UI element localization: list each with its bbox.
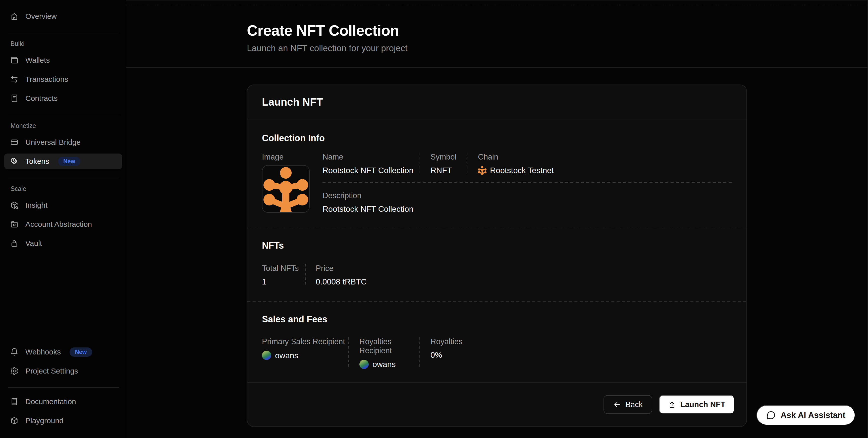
royalties-recipient-field: Royalties Recipient owans	[349, 337, 420, 369]
image-column: Image	[262, 153, 322, 214]
page-header: Create NFT Collection Launch an NFT coll…	[126, 0, 868, 68]
total-nfts-value: 1	[262, 277, 305, 287]
arrows-left-right-icon	[10, 75, 19, 83]
royalties-label: Royalties	[431, 337, 463, 346]
description-label: Description	[322, 191, 732, 200]
recipient-avatar	[262, 351, 271, 360]
arrow-left-icon	[613, 401, 621, 409]
card-header: Launch NFT	[247, 85, 746, 120]
sidebar-spacer	[0, 255, 126, 344]
sidebar-section-monetize: Monetize	[10, 122, 126, 129]
new-badge: New	[58, 157, 81, 166]
sales-fees-heading: Sales and Fees	[262, 314, 732, 325]
sidebar-section-scale: Scale	[10, 185, 126, 193]
price-field: Price 0.0008 tRBTC	[306, 264, 367, 287]
sidebar-item-account-abstraction[interactable]: Account Abstraction	[4, 216, 122, 232]
app-window: Overview Build Wallets Transactions Cont…	[0, 0, 868, 438]
top-dashed-border	[126, 5, 868, 5]
royalties-recipient-label: Royalties Recipient	[360, 337, 420, 355]
ask-ai-assistant-button[interactable]: Ask AI Assistant	[756, 405, 855, 425]
chain-label: Chain	[478, 153, 732, 162]
nfts-heading: NFTs	[262, 240, 732, 251]
page-title: Create NFT Collection	[247, 22, 747, 39]
collection-info-heading: Collection Info	[262, 133, 732, 143]
sidebar-item-label: Documentation	[25, 397, 76, 406]
bell-icon	[10, 348, 19, 356]
royalties-field: Royalties 0%	[420, 337, 463, 369]
launch-nft-button-label: Launch NFT	[680, 400, 725, 409]
wallet-icon	[10, 56, 19, 64]
sidebar-item-tokens[interactable]: Tokens New	[4, 154, 122, 169]
sidebar-item-label: Overview	[25, 12, 57, 21]
name-field: Name Rootstock NFT Collection	[322, 153, 419, 175]
name-value: Rootstock NFT Collection	[322, 166, 419, 175]
ask-ai-assistant-label: Ask AI Assistant	[781, 410, 845, 420]
sidebar-item-label: Universal Bridge	[25, 138, 81, 146]
sidebar-item-overview[interactable]: Overview	[4, 8, 122, 24]
sidebar-item-webhooks[interactable]: Webhooks New	[4, 344, 122, 360]
primary-sales-recipient-value[interactable]: owans	[275, 351, 299, 360]
cube-icon	[10, 416, 19, 425]
sidebar-item-label: Insight	[25, 201, 48, 209]
new-badge: New	[69, 347, 92, 357]
launch-nft-card: Launch NFT Collection Info Image	[247, 85, 747, 427]
sidebar-section-build: Build	[10, 40, 126, 47]
sidebar-item-contracts[interactable]: Contracts	[4, 91, 122, 106]
royalties-recipient-value[interactable]: owans	[372, 360, 396, 369]
sidebar-item-wallets[interactable]: Wallets	[4, 53, 122, 68]
sidebar-divider	[8, 178, 119, 178]
collection-fields: Name Rootstock NFT Collection Symbol RNF…	[322, 153, 732, 214]
horizontal-divider	[322, 182, 732, 182]
folder-dot-icon	[10, 220, 19, 229]
sidebar-item-playground[interactable]: Playground	[4, 413, 122, 429]
name-label: Name	[322, 153, 419, 162]
lock-icon	[10, 239, 19, 247]
sidebar: Overview Build Wallets Transactions Cont…	[0, 0, 126, 438]
total-nfts-field: Total NFTs 1	[262, 264, 305, 287]
launch-nft-button[interactable]: Launch NFT	[659, 395, 734, 414]
home-icon	[10, 12, 19, 21]
upload-icon	[668, 401, 676, 409]
back-button[interactable]: Back	[603, 395, 652, 414]
sidebar-divider	[8, 33, 119, 33]
nft-collection-image	[262, 165, 310, 213]
description-field: Description Rootstock NFT Collection	[322, 191, 732, 214]
sidebar-item-label: Wallets	[25, 56, 50, 64]
sidebar-item-universal-bridge[interactable]: Universal Bridge	[4, 134, 122, 150]
chain-value: Rootstock Testnet	[490, 166, 554, 175]
card-footer: Back Launch NFT	[247, 382, 746, 427]
sidebar-item-vault[interactable]: Vault	[4, 236, 122, 251]
sidebar-item-transactions[interactable]: Transactions	[4, 71, 122, 87]
rootstock-chain-icon	[478, 166, 487, 175]
chat-bubble-icon	[766, 410, 776, 420]
symbol-value: RNFT	[431, 166, 467, 175]
package-search-icon	[10, 201, 19, 209]
gear-icon	[10, 367, 19, 375]
card-title: Launch NFT	[262, 96, 323, 108]
contract-file-icon	[10, 94, 19, 103]
sales-fees-section: Sales and Fees Primary Sales Recipient o…	[247, 302, 746, 382]
sidebar-item-label: Project Settings	[25, 367, 78, 375]
sidebar-item-label: Tokens	[25, 157, 49, 166]
sidebar-divider	[8, 387, 119, 388]
primary-sales-recipient-label: Primary Sales Recipient	[262, 337, 348, 346]
symbol-label: Symbol	[431, 153, 467, 162]
back-button-label: Back	[625, 400, 643, 409]
primary-sales-recipient-field: Primary Sales Recipient owans	[262, 337, 348, 369]
sidebar-item-label: Webhooks	[25, 348, 61, 356]
sidebar-divider	[8, 115, 119, 115]
symbol-field: Symbol RNFT	[420, 153, 467, 175]
sidebar-item-insight[interactable]: Insight	[4, 197, 122, 213]
sidebar-item-label: Account Abstraction	[25, 220, 92, 229]
sidebar-item-label: Transactions	[25, 75, 68, 83]
nfts-section: NFTs Total NFTs 1 Price 0.0008 tRBTC	[247, 227, 746, 301]
royalties-value: 0%	[431, 350, 463, 360]
sidebar-item-label: Playground	[25, 416, 64, 425]
credit-card-icon	[10, 138, 19, 146]
sidebar-item-documentation[interactable]: Documentation	[4, 394, 122, 409]
sidebar-item-project-settings[interactable]: Project Settings	[4, 363, 122, 379]
page-subtitle: Launch an NFT collection for your projec…	[247, 43, 747, 53]
recipient-avatar	[360, 360, 369, 369]
rootstock-artwork	[264, 167, 308, 212]
image-label: Image	[262, 153, 322, 162]
